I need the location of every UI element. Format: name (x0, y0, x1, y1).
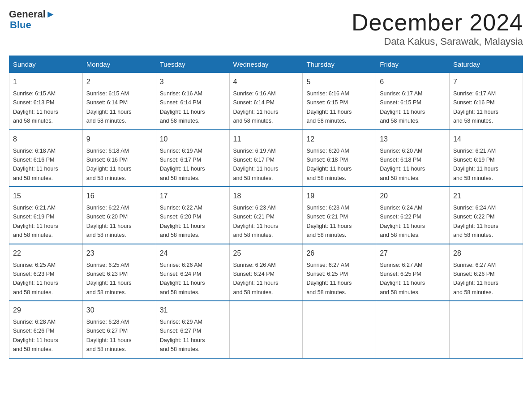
day-info: Sunrise: 6:21 AM Sunset: 6:19 PM Dayligh… (453, 148, 498, 181)
calendar-cell: 4 Sunrise: 6:16 AM Sunset: 6:14 PM Dayli… (229, 73, 303, 130)
calendar-header-row: SundayMondayTuesdayWednesdayThursdayFrid… (9, 56, 523, 73)
day-info: Sunrise: 6:21 AM Sunset: 6:19 PM Dayligh… (13, 205, 58, 238)
calendar-cell: 7 Sunrise: 6:17 AM Sunset: 6:16 PM Dayli… (450, 73, 523, 130)
day-number: 12 (306, 134, 372, 145)
day-number: 22 (13, 248, 79, 259)
calendar-week-3: 15 Sunrise: 6:21 AM Sunset: 6:19 PM Dayl… (9, 187, 523, 244)
day-info: Sunrise: 6:17 AM Sunset: 6:16 PM Dayligh… (453, 90, 498, 124)
day-number: 14 (453, 134, 519, 145)
day-number: 21 (453, 191, 519, 201)
day-number: 4 (233, 77, 299, 87)
calendar-cell: 28 Sunrise: 6:27 AM Sunset: 6:26 PM Dayl… (450, 244, 523, 301)
calendar-cell: 18 Sunrise: 6:23 AM Sunset: 6:21 PM Dayl… (229, 187, 303, 244)
day-number: 24 (160, 248, 226, 259)
day-info: Sunrise: 6:15 AM Sunset: 6:13 PM Dayligh… (13, 90, 58, 124)
day-info: Sunrise: 6:26 AM Sunset: 6:24 PM Dayligh… (233, 262, 279, 295)
calendar-week-2: 8 Sunrise: 6:18 AM Sunset: 6:16 PM Dayli… (9, 130, 523, 187)
day-info: Sunrise: 6:19 AM Sunset: 6:17 PM Dayligh… (233, 148, 279, 181)
calendar-cell: 22 Sunrise: 6:25 AM Sunset: 6:23 PM Dayl… (9, 244, 83, 301)
day-number: 30 (86, 305, 152, 316)
calendar-cell: 21 Sunrise: 6:24 AM Sunset: 6:22 PM Dayl… (450, 187, 523, 244)
calendar-cell: 12 Sunrise: 6:20 AM Sunset: 6:18 PM Dayl… (303, 130, 376, 187)
calendar-cell: 17 Sunrise: 6:22 AM Sunset: 6:20 PM Dayl… (156, 187, 229, 244)
logo: General► Blue (9, 9, 56, 30)
day-info: Sunrise: 6:22 AM Sunset: 6:20 PM Dayligh… (86, 205, 132, 238)
day-number: 16 (86, 191, 152, 201)
calendar-cell: 6 Sunrise: 6:17 AM Sunset: 6:15 PM Dayli… (376, 73, 450, 130)
calendar-cell (229, 301, 303, 358)
day-number: 26 (306, 248, 372, 259)
day-info: Sunrise: 6:27 AM Sunset: 6:25 PM Dayligh… (306, 262, 352, 295)
day-info: Sunrise: 6:18 AM Sunset: 6:16 PM Dayligh… (13, 148, 58, 181)
calendar-col-saturday: Saturday (450, 56, 523, 73)
calendar-cell (450, 301, 523, 358)
calendar-cell: 26 Sunrise: 6:27 AM Sunset: 6:25 PM Dayl… (303, 244, 376, 301)
day-info: Sunrise: 6:26 AM Sunset: 6:24 PM Dayligh… (160, 262, 205, 295)
day-number: 11 (233, 134, 299, 145)
calendar-col-monday: Monday (82, 56, 156, 73)
calendar-week-4: 22 Sunrise: 6:25 AM Sunset: 6:23 PM Dayl… (9, 244, 523, 301)
calendar-cell: 27 Sunrise: 6:27 AM Sunset: 6:25 PM Dayl… (376, 244, 450, 301)
calendar-cell: 16 Sunrise: 6:22 AM Sunset: 6:20 PM Dayl… (82, 187, 156, 244)
day-number: 15 (13, 191, 79, 201)
calendar-col-tuesday: Tuesday (156, 56, 229, 73)
calendar-cell: 23 Sunrise: 6:25 AM Sunset: 6:23 PM Dayl… (82, 244, 156, 301)
day-info: Sunrise: 6:24 AM Sunset: 6:22 PM Dayligh… (380, 205, 425, 238)
calendar-cell: 25 Sunrise: 6:26 AM Sunset: 6:24 PM Dayl… (229, 244, 303, 301)
day-info: Sunrise: 6:20 AM Sunset: 6:18 PM Dayligh… (380, 148, 425, 181)
calendar-cell: 31 Sunrise: 6:29 AM Sunset: 6:27 PM Dayl… (156, 301, 229, 358)
calendar-cell: 19 Sunrise: 6:23 AM Sunset: 6:21 PM Dayl… (303, 187, 376, 244)
day-number: 13 (380, 134, 446, 145)
day-number: 28 (453, 248, 519, 259)
day-number: 29 (13, 305, 79, 316)
calendar-cell: 30 Sunrise: 6:28 AM Sunset: 6:27 PM Dayl… (82, 301, 156, 358)
day-number: 25 (233, 248, 299, 259)
calendar-cell: 3 Sunrise: 6:16 AM Sunset: 6:14 PM Dayli… (156, 73, 229, 130)
calendar-cell (376, 301, 450, 358)
calendar-cell: 20 Sunrise: 6:24 AM Sunset: 6:22 PM Dayl… (376, 187, 450, 244)
calendar-table: SundayMondayTuesdayWednesdayThursdayFrid… (9, 56, 523, 359)
day-number: 8 (13, 134, 79, 145)
day-number: 9 (86, 134, 152, 145)
day-number: 2 (86, 77, 152, 87)
day-info: Sunrise: 6:28 AM Sunset: 6:26 PM Dayligh… (13, 319, 58, 352)
calendar-col-friday: Friday (376, 56, 450, 73)
calendar-week-5: 29 Sunrise: 6:28 AM Sunset: 6:26 PM Dayl… (9, 301, 523, 358)
calendar-col-wednesday: Wednesday (229, 56, 303, 73)
calendar-cell: 2 Sunrise: 6:15 AM Sunset: 6:14 PM Dayli… (82, 73, 156, 130)
day-number: 31 (160, 305, 226, 316)
calendar-cell: 1 Sunrise: 6:15 AM Sunset: 6:13 PM Dayli… (9, 73, 83, 130)
day-number: 18 (233, 191, 299, 201)
day-number: 19 (306, 191, 372, 201)
day-info: Sunrise: 6:23 AM Sunset: 6:21 PM Dayligh… (233, 205, 279, 238)
calendar-cell: 13 Sunrise: 6:20 AM Sunset: 6:18 PM Dayl… (376, 130, 450, 187)
day-info: Sunrise: 6:16 AM Sunset: 6:15 PM Dayligh… (306, 90, 352, 124)
day-info: Sunrise: 6:24 AM Sunset: 6:22 PM Dayligh… (453, 205, 498, 238)
day-number: 27 (380, 248, 446, 259)
calendar-cell (303, 301, 376, 358)
day-info: Sunrise: 6:16 AM Sunset: 6:14 PM Dayligh… (233, 90, 279, 124)
day-info: Sunrise: 6:22 AM Sunset: 6:20 PM Dayligh… (160, 205, 205, 238)
day-info: Sunrise: 6:18 AM Sunset: 6:16 PM Dayligh… (86, 148, 132, 181)
calendar-cell: 9 Sunrise: 6:18 AM Sunset: 6:16 PM Dayli… (82, 130, 156, 187)
calendar-title: December 2024 (352, 9, 523, 36)
day-number: 6 (380, 77, 446, 87)
day-info: Sunrise: 6:25 AM Sunset: 6:23 PM Dayligh… (86, 262, 132, 295)
day-number: 23 (86, 248, 152, 259)
day-number: 7 (453, 77, 519, 87)
calendar-col-sunday: Sunday (9, 56, 83, 73)
day-number: 3 (160, 77, 226, 87)
day-info: Sunrise: 6:29 AM Sunset: 6:27 PM Dayligh… (160, 319, 205, 352)
calendar-cell: 11 Sunrise: 6:19 AM Sunset: 6:17 PM Dayl… (229, 130, 303, 187)
day-info: Sunrise: 6:27 AM Sunset: 6:26 PM Dayligh… (453, 262, 498, 295)
calendar-cell: 24 Sunrise: 6:26 AM Sunset: 6:24 PM Dayl… (156, 244, 229, 301)
calendar-subtitle: Data Kakus, Sarawak, Malaysia (352, 36, 523, 47)
calendar-week-1: 1 Sunrise: 6:15 AM Sunset: 6:13 PM Dayli… (9, 73, 523, 130)
day-number: 1 (13, 77, 79, 87)
page-header: General► Blue December 2024 Data Kakus, … (9, 9, 523, 47)
day-number: 17 (160, 191, 226, 201)
day-info: Sunrise: 6:17 AM Sunset: 6:15 PM Dayligh… (380, 90, 425, 124)
day-info: Sunrise: 6:20 AM Sunset: 6:18 PM Dayligh… (306, 148, 352, 181)
day-info: Sunrise: 6:28 AM Sunset: 6:27 PM Dayligh… (86, 319, 132, 352)
calendar-cell: 8 Sunrise: 6:18 AM Sunset: 6:16 PM Dayli… (9, 130, 83, 187)
